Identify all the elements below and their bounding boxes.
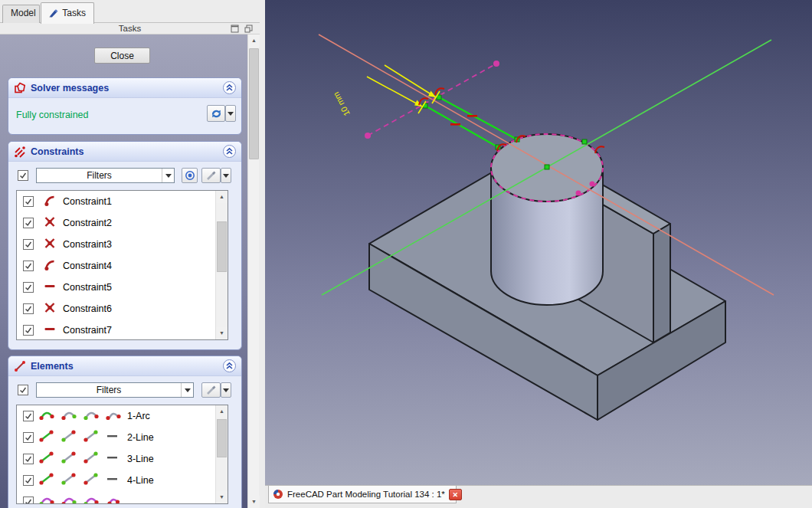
row-checkbox[interactable]: [23, 432, 34, 443]
constraints-settings-dropdown[interactable]: [221, 168, 231, 183]
constraints-master-checkbox[interactable]: [18, 170, 28, 181]
constraint-row[interactable]: Constraint4: [17, 255, 228, 277]
row-checkbox[interactable]: [23, 239, 34, 250]
refresh-icon: [211, 108, 222, 120]
row-checkbox[interactable]: [23, 218, 34, 228]
element-icon-line-gray-gr: [61, 451, 78, 467]
constraints-header[interactable]: Constraints: [8, 142, 241, 162]
scroll-down-icon[interactable]: ▼: [216, 491, 228, 503]
elements-settings-button[interactable]: [201, 382, 221, 398]
constraint-label: Constraint5: [63, 282, 112, 293]
constraints-list-scrollbar[interactable]: ▲ ▼: [215, 191, 228, 339]
solver-messages-header[interactable]: Solver messages: [8, 78, 241, 98]
constraint-type-icon: [43, 215, 58, 231]
row-checkbox[interactable]: [23, 261, 34, 271]
row-checkbox[interactable]: [23, 497, 34, 504]
solver-collapse-button[interactable]: [223, 81, 236, 94]
element-icon-arc-mag-rg: [61, 494, 78, 504]
element-icon-arc-small-rr: [106, 408, 123, 424]
dimension-10mm[interactable]: [367, 65, 440, 113]
tab-model[interactable]: Model: [2, 5, 40, 23]
element-row[interactable]: 2-Line: [17, 427, 228, 448]
element-icon-dash: [106, 430, 123, 445]
wand-icon: [205, 170, 217, 182]
scroll-down-icon[interactable]: ▼: [248, 496, 260, 508]
chevron-up-icon: [225, 147, 234, 156]
tab-tasks[interactable]: Tasks: [41, 2, 94, 24]
element-row[interactable]: 1-Arc: [17, 405, 228, 427]
elements-header[interactable]: Elements: [8, 356, 241, 376]
constraint-row[interactable]: Constraint6: [17, 298, 228, 320]
elements-list-scrollbar[interactable]: ▲ ▼: [215, 405, 228, 503]
wand-icon: [205, 385, 217, 396]
scroll-up-icon[interactable]: ▲: [216, 405, 228, 418]
elements-master-checkbox[interactable]: [18, 385, 28, 395]
constraint-label: Constraint4: [63, 261, 112, 271]
update-dropdown-button[interactable]: [225, 105, 236, 122]
freecad-icon: [273, 489, 283, 500]
scroll-down-icon[interactable]: ▼: [216, 327, 228, 339]
constraint-label: Constraint1: [63, 196, 112, 207]
constraint-type-icon: [43, 237, 58, 253]
row-checkbox[interactable]: [23, 325, 34, 336]
combo-arrow-icon: [181, 383, 193, 397]
float-panel-icon[interactable]: [231, 25, 239, 33]
constraints-filter-combobox[interactable]: Filters: [36, 168, 175, 183]
element-row[interactable]: 4-Line: [17, 470, 228, 491]
constraints-collapse-button[interactable]: [223, 145, 236, 158]
element-icon-line-gray-rg: [83, 430, 100, 445]
row-checkbox[interactable]: [23, 411, 34, 421]
update-button[interactable]: [207, 105, 225, 122]
element-row[interactable]: 3-Line: [17, 448, 228, 470]
row-checkbox[interactable]: [23, 196, 34, 207]
element-label: 1-Arc: [127, 411, 150, 421]
row-checkbox[interactable]: [23, 454, 34, 464]
tasks-panel-title: Tasks: [119, 24, 141, 33]
tab-close-button[interactable]: ✕: [449, 489, 462, 500]
close-button[interactable]: Close: [94, 48, 150, 64]
row-checkbox[interactable]: [23, 303, 34, 314]
document-tab[interactable]: FreeCAD Part Modeling Tutorial 134 : 1* …: [268, 486, 457, 503]
element-icon-arc-gray-rg: [61, 408, 78, 424]
dock-panel-icon[interactable]: [244, 25, 253, 33]
panel-splitter[interactable]: [260, 0, 265, 508]
horizontal-constraint-marks: [450, 115, 477, 126]
constraint-label: Constraint6: [63, 303, 112, 314]
sketch-line-1[interactable]: [425, 106, 498, 147]
combo-arrow-icon: [162, 169, 174, 182]
element-icon-arc-mag-gr: [83, 494, 100, 504]
element-icon-line-gray-rg: [83, 451, 100, 467]
row-checkbox[interactable]: [23, 475, 34, 486]
elements-list: 1-Arc2-Line3-Line4-Line ▲ ▼: [16, 405, 228, 504]
panel-scrollbar[interactable]: ▲ ▼: [247, 34, 259, 508]
row-checkbox[interactable]: [23, 282, 34, 293]
element-row[interactable]: [17, 491, 228, 504]
elements-filter-combobox[interactable]: Filters: [36, 382, 194, 398]
element-icon-line-green-rr: [39, 473, 56, 488]
constraint-label: Constraint2: [63, 218, 112, 228]
elements-filter-label: Filters: [37, 385, 181, 395]
elements-collapse-button[interactable]: [223, 359, 236, 372]
element-icon-arc-small-mag: [106, 494, 123, 504]
constraint-row[interactable]: Constraint2: [17, 212, 228, 234]
dropdown-arrow-icon: [223, 388, 229, 392]
constraint-row[interactable]: Constraint5: [17, 277, 228, 298]
constraint-row[interactable]: Constraint7: [17, 320, 228, 340]
constraint-row[interactable]: Constraint1: [17, 191, 228, 212]
show-hide-constraints-button[interactable]: [182, 168, 198, 183]
scroll-up-icon[interactable]: ▲: [248, 34, 260, 47]
solver-status: Fully constrained: [16, 110, 89, 120]
scroll-up-icon[interactable]: ▲: [216, 191, 228, 203]
element-label: 2-Line: [127, 432, 154, 443]
sketch-line-2[interactable]: [439, 97, 517, 139]
constraint-type-icon: [43, 258, 58, 274]
element-icon-line-green-rr: [39, 451, 56, 467]
constraint-label: Constraint3: [63, 239, 112, 250]
sketch-point: [576, 191, 581, 196]
elements-settings-dropdown[interactable]: [221, 382, 231, 398]
construction-point: [365, 133, 371, 139]
constraints-settings-button[interactable]: [201, 168, 221, 183]
elements-section: Elements Filters 1-Arc2-Line3-Line4-Line…: [8, 356, 242, 508]
3d-viewport[interactable]: 10 mm: [265, 0, 812, 485]
constraint-row[interactable]: Constraint3: [17, 234, 228, 255]
